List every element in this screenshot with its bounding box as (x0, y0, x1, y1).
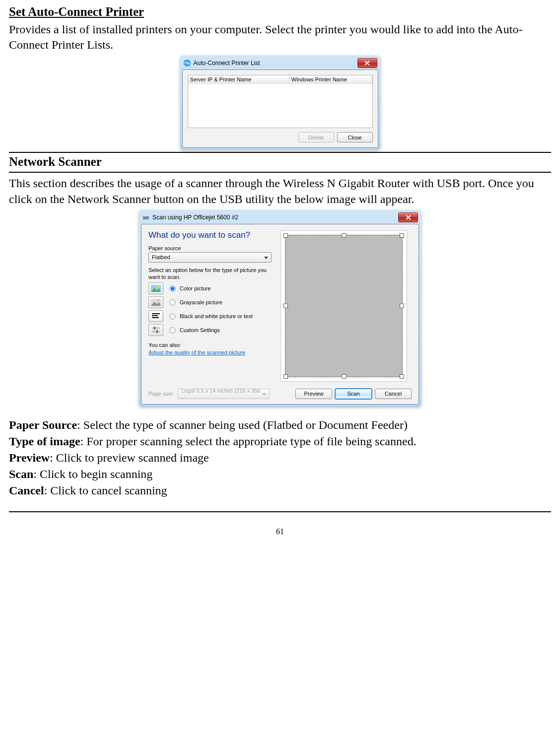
close-icon (406, 215, 411, 220)
svg-rect-11 (152, 317, 159, 318)
crop-handle[interactable] (400, 374, 404, 379)
def-text: : Select the type of scanner being used … (77, 418, 408, 431)
def-text: : Click to begin scanning (33, 468, 152, 480)
page-size-label: Page size: (148, 391, 174, 397)
svg-rect-13 (152, 331, 160, 333)
svg-rect-10 (152, 315, 158, 316)
crop-region[interactable] (285, 235, 403, 377)
def-term: Type of image (9, 435, 80, 448)
paper-source-combo[interactable]: Flatbed (148, 252, 272, 263)
svg-rect-15 (156, 330, 158, 333)
footer-rule (9, 511, 551, 512)
section-title-set-auto-connect: Set Auto-Connect Printer (9, 5, 551, 19)
column-header-windows-printer-name[interactable]: Windows Printer Name (289, 75, 372, 84)
color-picture-icon (148, 282, 163, 294)
svg-rect-14 (154, 327, 155, 330)
def-term: Paper Source (9, 418, 77, 431)
crop-handle[interactable] (283, 374, 288, 379)
section-title-network-scanner: Network Scanner (9, 155, 551, 169)
options-hint: Select an option below for the type of p… (148, 267, 272, 281)
adjust-quality-link[interactable]: Adjust the quality of the scanned pictur… (148, 349, 245, 355)
def-text: : Click to preview scanned image (50, 451, 209, 464)
option-row-bw[interactable]: Black and white picture or text (148, 310, 272, 322)
svg-point-3 (147, 217, 148, 218)
dialog-title: Auto-Connect Printer List (194, 60, 357, 67)
svg-rect-12 (152, 327, 160, 329)
dialog-scan: Scan using HP Officejet 5600 #2 What do … (139, 210, 421, 407)
delete-button[interactable]: Delete (298, 132, 334, 142)
radio-custom-settings[interactable] (169, 327, 175, 333)
page-size-value: Legal 8.5 x 14 inches (216 x 356 ... (181, 388, 260, 400)
scan-heading: What do you want to scan? (148, 230, 272, 240)
section-body-network-scanner: This section describes the usage of a sc… (9, 176, 551, 206)
scan-button[interactable]: Scan (335, 389, 372, 399)
custom-settings-icon (148, 324, 163, 336)
radio-bw-picture[interactable] (169, 313, 175, 319)
option-label: Grayscale picture (180, 299, 222, 305)
scan-preview-area[interactable] (280, 230, 407, 382)
svg-rect-9 (152, 313, 160, 314)
def-text: : For proper scanning select the appropr… (80, 435, 417, 448)
app-icon (183, 59, 191, 67)
def-text: : Click to cancel scanning (44, 484, 167, 497)
bw-text-icon (148, 310, 163, 322)
printer-list[interactable]: Server IP & Printer Name Windows Printer… (188, 75, 373, 128)
crop-handle[interactable] (283, 233, 288, 238)
close-button[interactable] (357, 58, 377, 68)
option-row-grayscale[interactable]: Grayscale picture (148, 296, 272, 308)
close-icon (364, 61, 370, 66)
definitions-block: Paper Source: Select the type of scanner… (9, 418, 551, 497)
scanner-icon (142, 213, 150, 221)
chevron-down-icon (264, 254, 268, 260)
cancel-button[interactable]: Cancel (375, 389, 412, 399)
radio-grayscale-picture[interactable] (169, 299, 175, 305)
chevron-down-icon (262, 391, 266, 397)
crop-handle[interactable] (342, 233, 346, 238)
svg-point-5 (157, 285, 159, 287)
option-row-color[interactable]: Color picture (148, 282, 272, 294)
paper-source-value: Flatbed (152, 254, 170, 260)
preview-button[interactable]: Preview (295, 389, 332, 399)
crop-handle[interactable] (400, 233, 404, 238)
dialog-title: Scan using HP Officejet 5600 #2 (152, 214, 398, 221)
column-header-server-printer[interactable]: Server IP & Printer Name (188, 75, 289, 84)
close-dialog-button[interactable]: Close (337, 132, 373, 142)
def-term: Preview (9, 451, 50, 464)
you-can-also-label: You can also: (148, 342, 272, 348)
radio-color-picture[interactable] (169, 285, 175, 291)
figure-scan-dialog: Scan using HP Officejet 5600 #2 What do … (9, 210, 551, 407)
page-size-combo: Legal 8.5 x 14 inches (216 x 356 ... (178, 389, 270, 399)
crop-handle[interactable] (400, 304, 404, 308)
crop-handle[interactable] (342, 374, 346, 379)
svg-rect-2 (143, 214, 148, 216)
def-term: Cancel (9, 484, 44, 497)
option-label: Color picture (180, 285, 210, 291)
option-row-custom[interactable]: Custom Settings (148, 324, 272, 336)
def-term: Scan (9, 468, 33, 480)
close-button[interactable] (398, 212, 418, 222)
svg-point-7 (157, 299, 159, 301)
crop-handle[interactable] (283, 304, 288, 308)
grayscale-picture-icon (148, 296, 163, 308)
option-label: Black and white picture or text (180, 313, 253, 319)
figure-auto-connect-dialog: Auto-Connect Printer List Server IP & Pr… (9, 56, 551, 150)
section-divider (9, 152, 551, 153)
paper-source-label: Paper source (148, 245, 272, 251)
section-body-set-auto-connect: Provides a list of installed printers on… (9, 22, 551, 53)
option-label: Custom Settings (180, 327, 220, 333)
section-divider (9, 172, 551, 173)
page-number: 61 (9, 527, 551, 536)
dialog-auto-connect-printer-list: Auto-Connect Printer List Server IP & Pr… (180, 56, 380, 150)
